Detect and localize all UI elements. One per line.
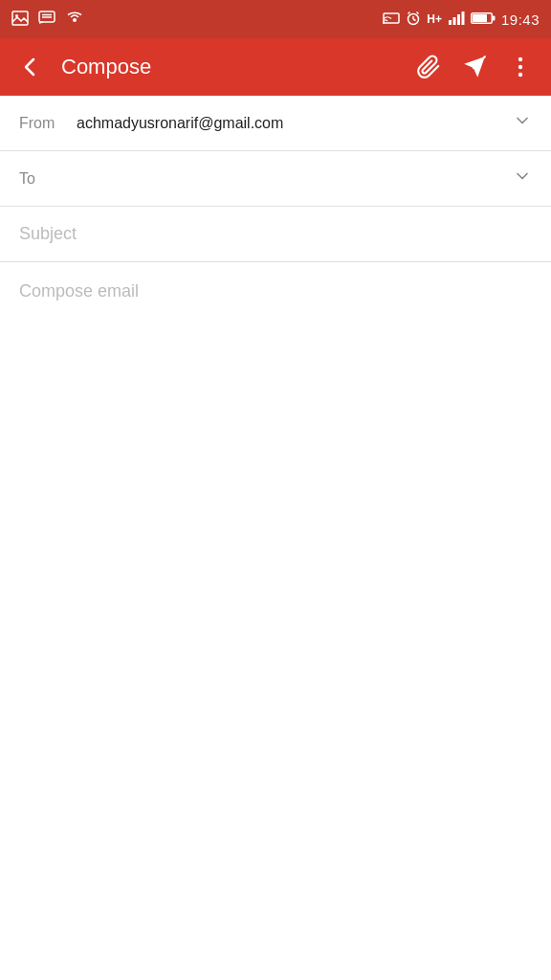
- attach-button[interactable]: [406, 44, 452, 90]
- svg-line-3: [39, 22, 43, 23]
- app-bar-actions: [406, 44, 543, 90]
- svg-line-13: [417, 11, 419, 13]
- from-row[interactable]: From achmadyusronarif@gmail.com: [0, 96, 551, 151]
- image-status-icon: [11, 11, 29, 29]
- page-title: Compose: [57, 55, 402, 79]
- svg-rect-20: [492, 15, 495, 20]
- svg-point-6: [73, 18, 77, 22]
- status-bar-left: [11, 11, 84, 29]
- svg-rect-15: [452, 17, 455, 25]
- cast-status-icon: [383, 11, 400, 29]
- network-status-icon: H+: [427, 12, 442, 26]
- to-input[interactable]: [77, 170, 505, 188]
- bbm-status-icon: [38, 11, 55, 29]
- from-email: achmadyusronarif@gmail.com: [77, 115, 505, 132]
- more-options-button[interactable]: [497, 44, 543, 90]
- status-bar-right: H+ 19:43: [383, 11, 540, 29]
- svg-rect-0: [12, 11, 28, 25]
- status-bar: H+ 19:43: [0, 0, 551, 38]
- to-label: To: [19, 170, 77, 188]
- subject-row[interactable]: Subject: [0, 207, 551, 262]
- app-bar: Compose: [0, 38, 551, 96]
- compose-form: From achmadyusronarif@gmail.com To Subje…: [0, 96, 551, 645]
- svg-point-24: [518, 65, 522, 69]
- compose-placeholder: Compose email: [19, 281, 532, 301]
- status-time: 19:43: [501, 11, 540, 28]
- signal-status-icon: [448, 11, 465, 29]
- svg-marker-22: [464, 56, 485, 78]
- radio-status-icon: [65, 11, 84, 29]
- from-chevron-icon: [513, 111, 532, 135]
- send-button[interactable]: [452, 44, 497, 90]
- svg-rect-16: [457, 14, 460, 25]
- svg-point-23: [518, 57, 522, 61]
- svg-point-25: [518, 73, 522, 77]
- svg-point-8: [383, 22, 385, 24]
- back-button[interactable]: [8, 44, 54, 90]
- from-label: From: [19, 115, 77, 132]
- svg-rect-17: [461, 11, 464, 25]
- svg-line-11: [413, 19, 416, 21]
- battery-status-icon: [471, 11, 496, 28]
- subject-placeholder: Subject: [19, 224, 77, 244]
- svg-rect-19: [473, 14, 487, 22]
- svg-line-12: [408, 11, 410, 13]
- to-chevron-icon: [513, 167, 532, 190]
- compose-area[interactable]: Compose email: [0, 262, 551, 645]
- to-row[interactable]: To: [0, 151, 551, 207]
- svg-rect-14: [449, 20, 452, 25]
- alarm-status-icon: [406, 11, 421, 29]
